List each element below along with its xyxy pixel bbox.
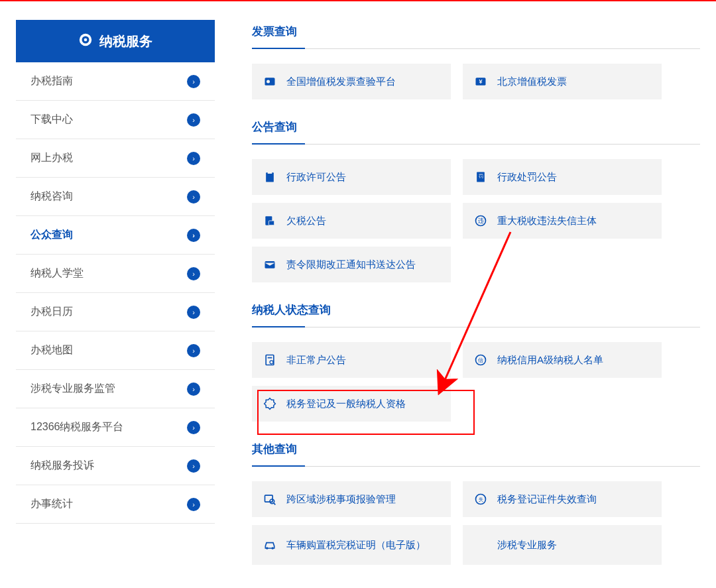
sidebar: 纳税服务 办税指南 › 下载中心 › 网上办税 › 纳税咨询 › 公众查询 › …	[16, 20, 215, 585]
card-pro-service[interactable]: 涉税专业服务	[463, 525, 662, 565]
card-vehicle-tax[interactable]: 车辆购置税完税证明（电子版）	[252, 525, 451, 565]
chevron-right-icon: ›	[187, 75, 200, 88]
card-owe-tax[interactable]: 欠税公告	[252, 203, 451, 239]
card-national-invoice[interactable]: 全国增值税发票查验平台	[252, 64, 451, 99]
sidebar-item-label: 办税地图	[30, 343, 73, 357]
card-grid: 非正常户公告 信 纳税信用A级纳税人名单 税务登记及一般纳税人资格	[252, 342, 700, 422]
card-license-announce[interactable]: 行政许可公告	[252, 159, 451, 195]
svg-point-26	[266, 547, 268, 549]
card-abnormal[interactable]: 非正常户公告	[252, 342, 451, 378]
card-grid: 全国增值税发票查验平台 ¥ 北京增值税发票	[252, 64, 700, 99]
card-grid: 跨区域涉税事项报验管理 失 税务登记证件失效查询 车辆购置税完税证明（电子版） …	[252, 481, 700, 565]
card-label: 北京增值税发票	[497, 76, 567, 88]
card-label: 税务登记证件失效查询	[497, 493, 597, 506]
sidebar-item-map[interactable]: 办税地图 ›	[16, 331, 215, 370]
svg-rect-21	[265, 495, 273, 502]
sidebar-item-label: 办税指南	[30, 74, 73, 88]
sidebar-item-school[interactable]: 纳税人学堂 ›	[16, 255, 215, 293]
sidebar-item-label: 纳税咨询	[30, 190, 73, 204]
card-penalty-announce[interactable]: 罚 行政处罚公告	[463, 159, 662, 195]
card-label: 重大税收违法失信主体	[497, 215, 597, 227]
car-icon	[263, 538, 277, 552]
section-announce: 公告查询 行政许可公告 罚 行政处罚公告 欠税公告 违 重大税收违法失信主体	[252, 119, 700, 282]
svg-point-18	[270, 361, 273, 364]
sidebar-item-12366[interactable]: 12366纳税服务平台 ›	[16, 408, 215, 447]
sidebar-item-supervise[interactable]: 涉税专业服务监管 ›	[16, 370, 215, 408]
card-label: 纳税信用A级纳税人名单	[497, 354, 603, 367]
card-cross-region[interactable]: 跨区域涉税事项报验管理	[252, 481, 451, 517]
card-label: 车辆购置税完税证明（电子版）	[286, 538, 426, 552]
sidebar-item-calendar[interactable]: 办税日历 ›	[16, 293, 215, 331]
svg-point-27	[272, 547, 274, 549]
tax-card-icon	[263, 213, 277, 228]
mail-icon	[263, 257, 277, 272]
abnormal-doc-icon	[263, 353, 277, 367]
chevron-right-icon: ›	[187, 498, 200, 511]
service-doc-icon	[473, 538, 488, 552]
card-beijing-invoice[interactable]: ¥ 北京增值税发票	[463, 64, 662, 99]
sidebar-item-label: 纳税人学堂	[30, 266, 84, 280]
main-content: 发票查询 全国增值税发票查验平台 ¥ 北京增值税发票 公告查询 行政许可公告	[252, 20, 700, 585]
chevron-right-icon: ›	[187, 306, 200, 319]
svg-point-4	[267, 80, 270, 84]
sidebar-item-download[interactable]: 下载中心 ›	[16, 101, 215, 139]
chevron-right-icon: ›	[187, 459, 200, 473]
card-tax-registration[interactable]: 税务登记及一般纳税人资格	[252, 386, 451, 422]
card-cert-expire[interactable]: 失 税务登记证件失效查询	[463, 481, 662, 517]
sidebar-item-online[interactable]: 网上办税 ›	[16, 139, 215, 178]
card-label: 责令限期改正通知书送达公告	[286, 259, 416, 271]
card-label: 非正常户公告	[286, 354, 346, 367]
card-label: 行政处罚公告	[497, 171, 557, 184]
violation-icon: 违	[473, 213, 488, 228]
inspect-icon	[263, 492, 277, 506]
svg-point-2	[84, 38, 88, 41]
sidebar-item-label: 办税日历	[30, 305, 73, 319]
sidebar-item-stats[interactable]: 办事统计 ›	[16, 485, 215, 524]
search-ticket-icon	[263, 74, 277, 89]
section-title: 其他查询	[252, 441, 700, 467]
card-label: 欠税公告	[286, 215, 326, 227]
sidebar-item-label: 网上办税	[30, 151, 73, 165]
credit-badge-icon: 信	[473, 353, 488, 367]
svg-rect-7	[266, 172, 274, 182]
sidebar-header: 纳税服务	[16, 20, 215, 62]
section-other: 其他查询 跨区域涉税事项报验管理 失 税务登记证件失效查询 车辆购置税完税证明（…	[252, 441, 700, 565]
sidebar-item-label: 办事统计	[30, 497, 73, 511]
card-label: 税务登记及一般纳税人资格	[286, 398, 406, 410]
sidebar-item-consult[interactable]: 纳税咨询 ›	[16, 178, 215, 216]
section-title: 发票查询	[252, 24, 700, 49]
chevron-right-icon: ›	[187, 382, 200, 396]
svg-rect-17	[268, 357, 272, 359]
clipboard-icon	[263, 170, 277, 184]
svg-text:信: 信	[478, 357, 483, 363]
chevron-right-icon: ›	[187, 190, 200, 204]
chevron-right-icon: ›	[187, 229, 200, 242]
card-label: 全国增值税发票查验平台	[286, 76, 396, 88]
sidebar-item-label: 涉税专业服务监管	[30, 382, 115, 396]
page-root: 纳税服务 办税指南 › 下载中心 › 网上办税 › 纳税咨询 › 公众查询 › …	[0, 1, 716, 585]
section-status: 纳税人状态查询 非正常户公告 信 纳税信用A级纳税人名单 税务登记及一般纳税人资…	[252, 302, 700, 422]
sidebar-title: 纳税服务	[99, 32, 152, 50]
svg-text:罚: 罚	[479, 174, 483, 178]
chevron-right-icon: ›	[187, 344, 200, 357]
card-label: 行政许可公告	[286, 171, 346, 184]
svg-rect-12	[268, 221, 274, 225]
sidebar-item-public-query[interactable]: 公众查询 ›	[16, 216, 215, 255]
sidebar-item-label: 12366纳税服务平台	[30, 420, 124, 434]
card-correction-notice[interactable]: 责令限期改正通知书送达公告	[252, 247, 451, 282]
card-major-violation[interactable]: 违 重大税收违法失信主体	[463, 203, 662, 239]
card-credit-a[interactable]: 信 纳税信用A级纳税人名单	[463, 342, 662, 378]
chevron-right-icon: ›	[187, 267, 200, 280]
card-label: 跨区域涉税事项报验管理	[286, 493, 396, 506]
svg-text:违: 违	[478, 217, 484, 224]
expire-badge-icon: 失	[473, 492, 488, 506]
section-title: 公告查询	[252, 119, 700, 145]
sidebar-item-complaint[interactable]: 纳税服务投诉 ›	[16, 447, 215, 485]
card-label: 涉税专业服务	[497, 539, 557, 552]
svg-line-23	[274, 503, 276, 505]
sidebar-item-label: 公众查询	[30, 228, 73, 242]
chevron-right-icon: ›	[187, 152, 200, 165]
sidebar-item-guide[interactable]: 办税指南 ›	[16, 62, 215, 101]
chevron-right-icon: ›	[187, 421, 200, 434]
yen-ticket-icon: ¥	[473, 74, 488, 89]
